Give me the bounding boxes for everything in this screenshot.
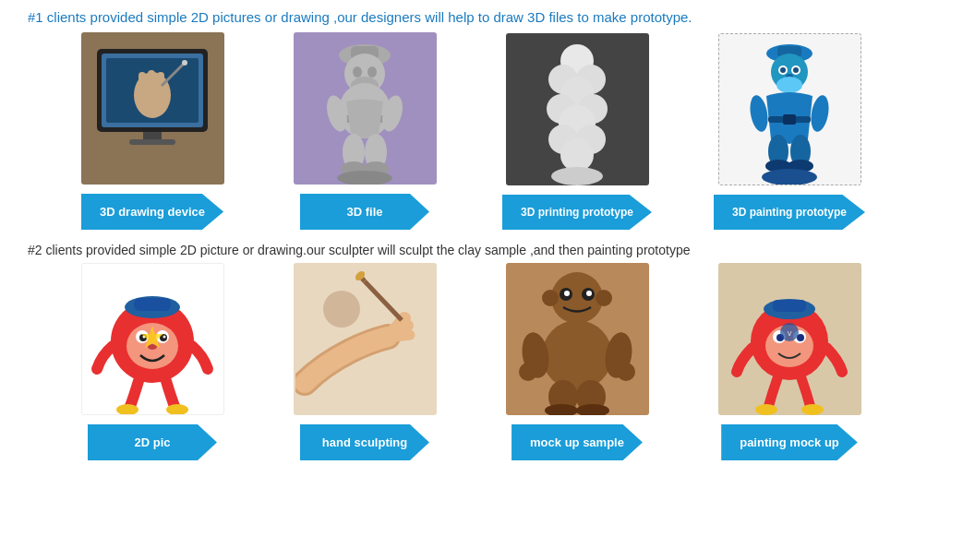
label-2dpic: 2D pic (88, 424, 217, 460)
svg-rect-92 (773, 300, 806, 312)
img-2dpic (81, 263, 224, 415)
arrow-3d-printing: 3D printing prototype (502, 195, 652, 230)
mockup-svg (508, 263, 646, 415)
item-3d-file: 3D file (259, 32, 471, 230)
svg-point-85 (617, 363, 635, 381)
svg-point-15 (367, 66, 377, 77)
svg-rect-48 (783, 114, 796, 125)
svg-point-74 (551, 272, 603, 324)
svg-point-79 (542, 290, 559, 306)
arrow-hand-sculpting: hand sculpting (300, 424, 429, 460)
label-painting-mockup: painting mock up (721, 424, 858, 460)
label-hand-sculpting: hand sculpting (300, 424, 429, 460)
img-hand-sculpting (294, 263, 437, 415)
img-3d-file (294, 32, 437, 185)
svg-rect-5 (148, 70, 155, 100)
img-3d-printing (506, 33, 649, 185)
svg-rect-58 (134, 298, 171, 311)
svg-point-10 (182, 60, 187, 66)
svg-line-70 (365, 281, 402, 320)
label-3d-printing: 3D printing prototype (502, 195, 652, 230)
svg-point-44 (793, 67, 799, 73)
3d-printing-svg (508, 33, 646, 185)
img-mockup (506, 263, 649, 415)
section1-items-row: 3D drawing device (46, 32, 957, 230)
svg-point-81 (542, 320, 612, 390)
item-2dpic: 2D pic (46, 263, 259, 460)
arrow-mockup: mock up sample (512, 424, 643, 460)
3d-painting-svg (720, 33, 859, 185)
svg-point-67 (116, 404, 138, 415)
item-hand-sculpting: hand sculpting (259, 263, 471, 460)
item-3d-drawing-device: 3D drawing device (46, 32, 259, 230)
section2-items-row: 2D pic (46, 263, 957, 460)
svg-point-65 (163, 336, 166, 339)
item-3d-painting: 3D painting prototype (683, 33, 896, 230)
svg-point-14 (353, 66, 362, 77)
svg-point-68 (166, 404, 188, 415)
drawing-device-svg (83, 35, 222, 183)
arrow-3d-painting: 3D painting prototype (714, 195, 865, 230)
label-mockup: mock up sample (512, 424, 643, 460)
img-painting-mockup: V (718, 263, 861, 415)
item-3d-printing: 3D printing prototype (471, 33, 683, 230)
section2-header: #2 clients provided simple 2D picture or… (28, 243, 957, 257)
img-3d-painting (718, 33, 861, 185)
label-3d-painting: 3D painting prototype (714, 195, 865, 230)
svg-point-84 (519, 363, 537, 381)
hand-sculpting-svg (295, 263, 434, 415)
svg-text:V: V (788, 330, 792, 337)
arrow-3d-file: 3D file (300, 194, 429, 230)
svg-point-36 (560, 138, 594, 172)
arrow-painting-mockup: painting mock up (721, 424, 858, 460)
svg-point-78 (586, 291, 592, 296)
svg-rect-8 (129, 139, 175, 145)
arrow-2dpic: 2D pic (88, 424, 217, 460)
svg-point-37 (551, 167, 603, 185)
svg-point-43 (780, 67, 786, 73)
svg-rect-4 (138, 72, 146, 100)
item-mockup: mock up sample (471, 263, 683, 460)
section1-header: #1 clients provided simple 2D pictures o… (28, 9, 957, 25)
3d-file-svg (295, 32, 434, 185)
svg-point-46 (776, 77, 802, 93)
svg-point-80 (596, 290, 612, 306)
img-3d-drawing-device (81, 32, 224, 185)
svg-point-73 (323, 291, 360, 328)
2dpic-svg (83, 263, 222, 415)
label-3d-file: 3D file (300, 194, 429, 230)
arrow-3d-drawing-device: 3D drawing device (81, 194, 223, 230)
svg-point-98 (755, 404, 777, 415)
item-painting-mockup: V painting mock up (683, 263, 896, 460)
svg-point-99 (801, 404, 824, 415)
painting-mockup-svg: V (720, 263, 859, 415)
label-3d-drawing-device: 3D drawing device (81, 194, 223, 230)
svg-point-77 (564, 291, 570, 296)
page-container: #1 clients provided simple 2D pictures o… (0, 0, 975, 560)
svg-rect-7 (143, 132, 162, 139)
svg-point-55 (762, 169, 817, 185)
